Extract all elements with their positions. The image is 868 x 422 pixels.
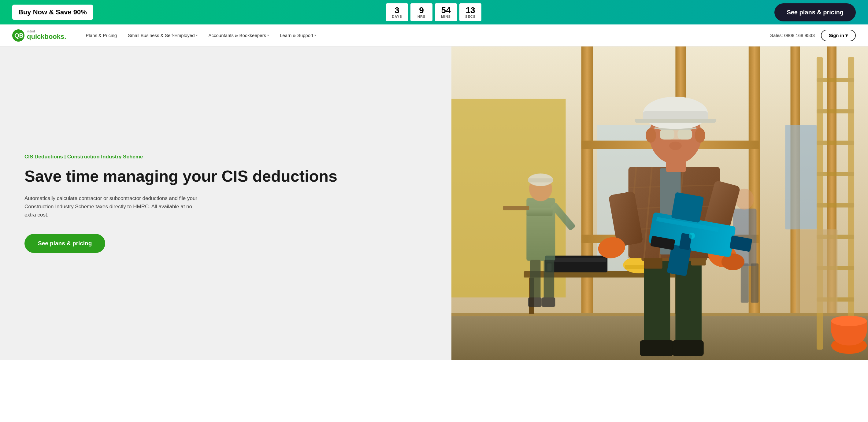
countdown-days: 3 DAYS: [386, 3, 408, 21]
svg-rect-62: [671, 192, 704, 223]
svg-rect-38: [750, 263, 758, 302]
hero-title: Save time managing your CIS deductions: [25, 167, 427, 186]
svg-rect-41: [640, 340, 673, 356]
svg-rect-83: [817, 109, 854, 113]
logo-text-group: intuit quickbooks.: [27, 30, 66, 40]
chevron-down-icon: ▾: [196, 34, 197, 37]
hero-description: Automatically calculate contractor or su…: [25, 194, 202, 219]
svg-rect-42: [672, 340, 704, 356]
days-label: DAYS: [392, 15, 402, 18]
logo-brand-label: quickbooks.: [27, 33, 66, 40]
hero-content: CIS Deductions | Construction Industry S…: [0, 46, 452, 360]
mins-value: 54: [441, 6, 451, 15]
days-value: 3: [395, 6, 399, 15]
svg-rect-32: [544, 260, 554, 301]
nav-plans-pricing[interactable]: Plans & Pricing: [81, 30, 122, 40]
svg-rect-72: [660, 129, 674, 139]
svg-point-74: [669, 141, 682, 150]
hero-image: [452, 46, 868, 360]
svg-point-75: [646, 128, 656, 143]
svg-rect-73: [678, 129, 692, 139]
svg-rect-31: [530, 260, 540, 301]
svg-rect-34: [542, 297, 555, 307]
secs-label: SECS: [465, 15, 475, 18]
countdown: 3 DAYS 9 HRS 54 MINS 13 SECS: [386, 3, 482, 21]
signin-button[interactable]: Sign in ▾: [821, 30, 856, 41]
svg-rect-30: [503, 206, 529, 210]
hero-cta-button[interactable]: See plans & pricing: [25, 234, 105, 253]
svg-text:QB: QB: [14, 32, 24, 39]
svg-rect-29: [526, 208, 552, 216]
chevron-down-icon: ▾: [314, 34, 316, 37]
nav-small-business[interactable]: Small Business & Self-Employed ▾: [123, 30, 202, 40]
svg-point-76: [694, 128, 705, 143]
nav-links: Plans & Pricing Small Business & Self-Em…: [81, 30, 770, 40]
countdown-secs: 13 SECS: [459, 3, 482, 21]
svg-rect-79: [634, 119, 716, 123]
nav-accountants[interactable]: Accountants & Bookkeepers ▾: [204, 30, 274, 40]
promo-label: Buy Now & Save 90%: [12, 5, 93, 20]
hero-subtitle: CIS Deductions | Construction Industry S…: [25, 154, 427, 160]
svg-rect-94: [796, 229, 837, 313]
hero-section: CIS Deductions | Construction Industry S…: [0, 46, 868, 360]
svg-rect-86: [817, 203, 854, 208]
chevron-down-icon: ▾: [267, 34, 269, 37]
mins-label: MINS: [441, 15, 451, 18]
nav-learn-support[interactable]: Learn & Support ▾: [275, 30, 321, 40]
hrs-value: 9: [419, 6, 424, 15]
navbar: QB intuit quickbooks. Plans & Pricing Sm…: [0, 25, 868, 46]
hrs-label: HRS: [417, 15, 426, 18]
sales-number: Sales: 0808 168 9533: [770, 33, 815, 38]
countdown-mins: 54 MINS: [435, 3, 457, 21]
svg-rect-84: [817, 141, 854, 145]
svg-rect-39: [644, 256, 670, 350]
secs-value: 13: [465, 6, 475, 15]
svg-rect-37: [741, 263, 749, 302]
svg-rect-93: [785, 125, 817, 229]
top-banner: Buy Now & Save 90% 3 DAYS 9 HRS 54 MINS …: [0, 0, 868, 25]
svg-rect-27: [528, 178, 553, 183]
countdown-hrs: 9 HRS: [410, 3, 432, 21]
svg-rect-33: [528, 297, 541, 307]
svg-rect-24: [526, 198, 555, 261]
banner-cta-button[interactable]: See plans & pricing: [774, 3, 856, 22]
construction-scene-illustration: [452, 46, 868, 360]
quickbooks-logo-icon: QB: [12, 29, 25, 41]
chevron-down-icon: ▾: [845, 33, 848, 38]
svg-rect-85: [817, 172, 854, 176]
svg-rect-82: [817, 78, 854, 82]
svg-point-91: [831, 316, 867, 326]
logo[interactable]: QB intuit quickbooks.: [12, 29, 66, 41]
nav-right: Sales: 0808 168 9533 Sign in ▾: [770, 30, 856, 41]
